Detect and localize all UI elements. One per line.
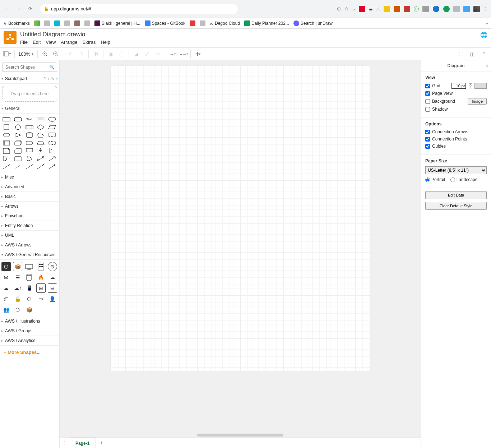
landscape-radio[interactable] bbox=[450, 177, 455, 182]
conn-arrows-checkbox[interactable] bbox=[425, 130, 430, 134]
scratchpad-add-icon[interactable]: + bbox=[47, 77, 49, 81]
tab-page-1[interactable]: Page-1 bbox=[70, 438, 96, 448]
shape-actor[interactable] bbox=[36, 147, 46, 154]
sidebar-toggle-button[interactable]: ▼ bbox=[2, 49, 12, 59]
background-checkbox[interactable] bbox=[425, 99, 430, 104]
app-logo[interactable] bbox=[4, 31, 17, 44]
collapse-button[interactable]: ⌃ bbox=[479, 49, 489, 59]
ext-icon-1[interactable] bbox=[384, 6, 390, 12]
aws-shape-19[interactable]: ▭ bbox=[36, 294, 46, 304]
shape-parallelogram[interactable] bbox=[47, 124, 57, 131]
delete-button[interactable]: 🗑 bbox=[91, 49, 101, 59]
globe-icon[interactable]: 🌐 bbox=[480, 32, 487, 38]
page-surface[interactable] bbox=[111, 65, 370, 371]
bookmark-fav-3[interactable] bbox=[54, 20, 60, 26]
aws-shape-15[interactable]: ⊟ bbox=[48, 283, 57, 293]
aws-shape-16[interactable]: 🏷 bbox=[1, 294, 11, 304]
zoom-dropdown[interactable]: 100% ▼ bbox=[17, 51, 35, 57]
section-aws-groups[interactable]: ▸AWS / Groups bbox=[0, 326, 59, 336]
shape-line[interactable] bbox=[1, 163, 11, 170]
aws-shape-21[interactable]: 👥 bbox=[1, 305, 11, 314]
shape-triangle[interactable] bbox=[13, 131, 23, 139]
section-general[interactable]: ▾General bbox=[0, 104, 59, 114]
section-aws-general[interactable]: ▾AWS / General Resources bbox=[0, 250, 59, 260]
ext-icon-6[interactable]: 🔵 bbox=[432, 5, 440, 12]
back-button[interactable]: ← bbox=[3, 5, 11, 13]
shape-and[interactable] bbox=[13, 155, 23, 162]
shape-data-storage[interactable] bbox=[24, 155, 34, 162]
bookmarks-folder[interactable]: ★ Bookmarks bbox=[3, 21, 30, 26]
aws-shape-18[interactable]: ⬡ bbox=[24, 294, 34, 304]
aws-shape-10[interactable]: ☁ bbox=[48, 273, 57, 282]
grid-size-up[interactable]: ▴ bbox=[469, 83, 472, 86]
aws-shape-11[interactable]: ☁ bbox=[1, 283, 11, 293]
ext-icon-7[interactable] bbox=[453, 6, 460, 12]
shape-bidir2[interactable] bbox=[36, 163, 46, 170]
menu-edit[interactable]: Edit bbox=[33, 40, 41, 45]
aws-shape-1[interactable]: ⬡ bbox=[1, 262, 11, 271]
shape-dir-arrow[interactable] bbox=[47, 163, 57, 170]
undo-button[interactable]: ↶ bbox=[65, 49, 75, 59]
clear-style-button[interactable]: Clear Default Style bbox=[425, 202, 487, 210]
section-flowchart[interactable]: ▸Flowchart bbox=[0, 211, 59, 221]
panel-close-icon[interactable]: × bbox=[486, 63, 488, 68]
horizontal-scrollbar[interactable] bbox=[197, 434, 283, 437]
reload-button[interactable]: ⟳ bbox=[26, 5, 34, 13]
shape-document[interactable] bbox=[47, 131, 57, 139]
scratchpad-help-icon[interactable]: ? bbox=[43, 77, 46, 81]
section-uml[interactable]: ▸UML bbox=[0, 231, 59, 240]
aws-shape-12[interactable]: ☁↑ bbox=[13, 283, 22, 293]
shadow-button[interactable]: ▭ bbox=[153, 49, 163, 59]
canvas[interactable] bbox=[60, 60, 421, 437]
shape-cloud[interactable] bbox=[36, 131, 46, 139]
aws-shape-17[interactable]: 🔒 bbox=[13, 294, 22, 304]
section-aws-arrows[interactable]: ▸AWS / Arrows bbox=[0, 240, 59, 250]
paper-size-select[interactable]: US-Letter (8,5" x 11") bbox=[425, 166, 487, 174]
grammarly-icon[interactable] bbox=[443, 6, 450, 12]
ext-icon-2[interactable] bbox=[394, 6, 400, 12]
section-basic[interactable]: ▸Basic bbox=[0, 192, 59, 202]
shape-textbox[interactable] bbox=[36, 116, 46, 123]
to-front-button[interactable]: ▣ bbox=[106, 49, 116, 59]
aws-shape-14[interactable]: ⊞ bbox=[36, 283, 46, 293]
ext-icon-4[interactable]: S bbox=[414, 6, 419, 11]
aws-shape-5[interactable]: ⊙ bbox=[48, 262, 57, 271]
guides-checkbox[interactable] bbox=[425, 144, 430, 149]
avatar-icon[interactable] bbox=[473, 6, 480, 12]
ext-icon-8[interactable] bbox=[463, 6, 470, 12]
pocket-icon[interactable]: ⌵ bbox=[352, 6, 355, 11]
menu-file[interactable]: File bbox=[20, 40, 28, 45]
aws-shape-13[interactable]: 📱 bbox=[24, 283, 34, 293]
shape-line2[interactable] bbox=[24, 163, 34, 170]
shape-dashed[interactable] bbox=[13, 163, 23, 170]
conn-points-checkbox[interactable] bbox=[425, 137, 430, 142]
portrait-radio[interactable] bbox=[425, 177, 430, 182]
aws-shape-4[interactable] bbox=[36, 262, 46, 271]
scratchpad-header[interactable]: ▾ Scratchpad ? + ✎ × bbox=[0, 74, 59, 84]
bookmark-planner[interactable]: Daily Planner 202... bbox=[244, 20, 289, 26]
to-back-button[interactable]: ▢ bbox=[116, 49, 126, 59]
shape-callout[interactable] bbox=[24, 147, 34, 154]
star-icon[interactable]: ☆ bbox=[344, 6, 349, 11]
bookmark-fav-7[interactable] bbox=[190, 20, 195, 26]
bookmark-fav-5[interactable] bbox=[74, 20, 80, 26]
more-shapes-button[interactable]: + More Shapes... bbox=[0, 346, 59, 359]
add-icon[interactable]: ⊕ bbox=[337, 6, 341, 11]
scratchpad-edit-icon[interactable]: ✎ bbox=[51, 77, 54, 81]
bookmark-undraw[interactable]: Search | unDraw bbox=[293, 20, 333, 26]
add-page-button[interactable]: + bbox=[96, 440, 107, 446]
section-arrows[interactable]: ▸Arrows bbox=[0, 202, 59, 211]
shape-cylinder[interactable] bbox=[24, 131, 34, 139]
redo-button[interactable]: ↷ bbox=[76, 49, 86, 59]
section-misc[interactable]: ▸Misc bbox=[0, 172, 59, 182]
shape-process[interactable] bbox=[24, 124, 34, 131]
grid-color-swatch[interactable] bbox=[474, 83, 487, 89]
shape-step[interactable] bbox=[24, 139, 34, 147]
aws-shape-3[interactable] bbox=[24, 262, 34, 271]
format-panel-toggle[interactable]: ◫ bbox=[467, 49, 477, 59]
line-button[interactable]: ／ bbox=[142, 49, 152, 59]
waypoint-button[interactable]: ┌→ ▾ bbox=[178, 49, 188, 59]
edit-data-button[interactable]: Edit Data bbox=[425, 191, 487, 199]
image-button[interactable]: Image bbox=[468, 98, 487, 105]
insert-button[interactable]: + ▾ bbox=[193, 49, 203, 59]
